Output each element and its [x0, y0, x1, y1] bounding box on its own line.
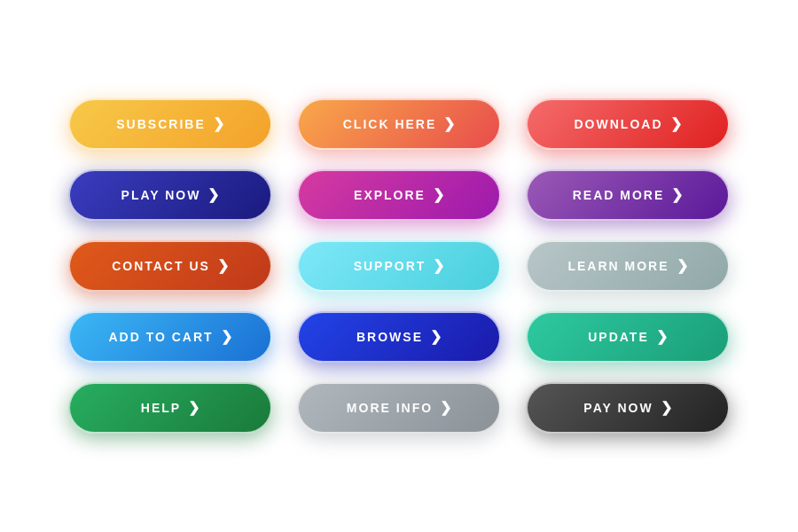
contact-us-chevron-icon: ❯ [217, 259, 229, 273]
play-now-label: PLAY NOW [121, 188, 201, 202]
play-now-button[interactable]: PLAY NOW❯ [68, 169, 272, 221]
support-chevron-icon: ❯ [433, 259, 444, 273]
update-chevron-icon: ❯ [656, 330, 668, 344]
browse-label: BROWSE [356, 330, 423, 344]
add-to-cart-button[interactable]: ADD TO CART❯ [68, 311, 272, 363]
read-more-chevron-icon: ❯ [671, 188, 683, 202]
help-chevron-icon: ❯ [188, 401, 200, 415]
read-more-label: READ MORE [573, 188, 665, 202]
learn-more-label: LEARN MORE [567, 259, 669, 273]
update-label: UPDATE [588, 330, 649, 344]
download-chevron-icon: ❯ [670, 117, 682, 131]
more-info-chevron-icon: ❯ [440, 401, 451, 415]
explore-label: EXPLORE [354, 188, 426, 202]
explore-chevron-icon: ❯ [433, 188, 444, 202]
add-to-cart-label: ADD TO CART [108, 330, 213, 344]
support-button[interactable]: SUPPORT❯ [297, 240, 501, 292]
learn-more-button[interactable]: LEARN MORE❯ [526, 240, 730, 292]
learn-more-chevron-icon: ❯ [677, 259, 688, 273]
click-here-button[interactable]: CLICK HERE❯ [297, 98, 501, 150]
read-more-button[interactable]: READ MORE❯ [526, 169, 730, 221]
contact-us-label: CONTACT US [112, 259, 210, 273]
more-info-label: MORE INFO [347, 401, 433, 415]
subscribe-chevron-icon: ❯ [213, 117, 224, 131]
pay-now-button[interactable]: PAY NOW❯ [526, 382, 730, 434]
help-label: HELP [141, 401, 181, 415]
pay-now-chevron-icon: ❯ [661, 401, 672, 415]
contact-us-button[interactable]: CONTACT US❯ [68, 240, 272, 292]
click-here-chevron-icon: ❯ [443, 117, 455, 131]
more-info-button[interactable]: MORE INFO❯ [297, 382, 501, 434]
click-here-label: CLICK HERE [343, 117, 437, 131]
browse-chevron-icon: ❯ [430, 330, 442, 344]
update-button[interactable]: UPDATE❯ [526, 311, 730, 363]
download-label: DOWNLOAD [575, 117, 663, 131]
pay-now-label: PAY NOW [583, 401, 653, 415]
subscribe-label: SUBSCRIBE [116, 117, 205, 131]
add-to-cart-chevron-icon: ❯ [221, 330, 232, 344]
play-now-chevron-icon: ❯ [207, 188, 219, 202]
explore-button[interactable]: EXPLORE❯ [297, 169, 501, 221]
browse-button[interactable]: BROWSE❯ [297, 311, 501, 363]
subscribe-button[interactable]: SUBSCRIBE❯ [68, 98, 272, 150]
button-grid: SUBSCRIBE❯CLICK HERE❯DOWNLOAD❯PLAY NOW❯E… [33, 72, 765, 460]
help-button[interactable]: HELP❯ [68, 382, 272, 434]
download-button[interactable]: DOWNLOAD❯ [526, 98, 730, 150]
support-label: SUPPORT [354, 259, 426, 273]
